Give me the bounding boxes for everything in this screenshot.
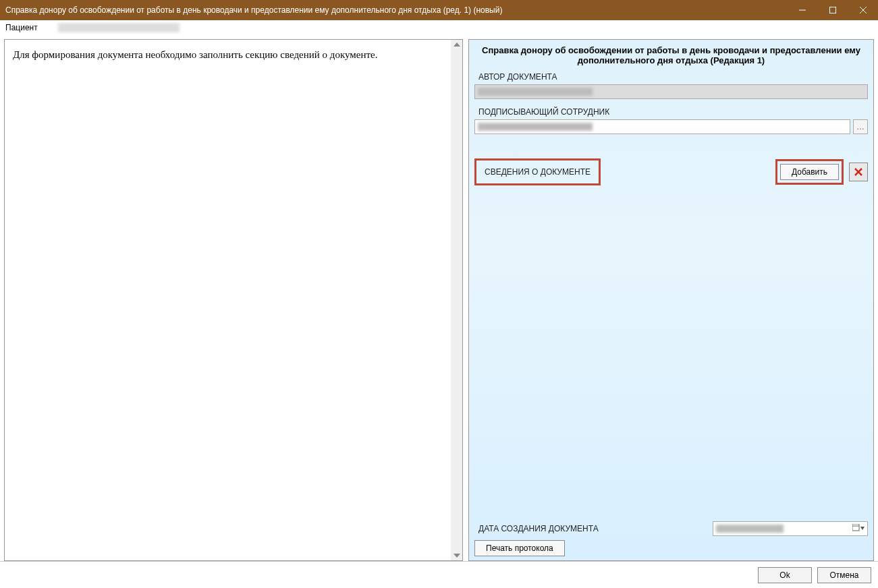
svg-marker-4 — [454, 42, 460, 47]
form-body — [474, 185, 868, 519]
author-label: АВТОР ДОКУМЕНТА — [478, 72, 868, 82]
author-input — [474, 84, 868, 99]
form-title: Справка донору об освобождении от работы… — [474, 44, 868, 69]
svg-rect-1 — [829, 7, 835, 13]
ok-button[interactable]: Ok — [758, 567, 812, 583]
patient-bar: Пациент — [0, 20, 878, 35]
left-panel: Для формирования документа необходимо за… — [4, 39, 463, 561]
dialog-footer: Ok Отмена — [0, 561, 878, 588]
minimize-button[interactable] — [787, 0, 817, 20]
print-protocol-button[interactable]: Печать протокола — [474, 540, 565, 556]
maximize-button[interactable] — [817, 0, 848, 20]
scrollbar[interactable] — [451, 40, 462, 560]
section-title: СВЕДЕНИЯ О ДОКУМЕНТЕ — [485, 167, 591, 177]
scroll-down-icon[interactable] — [454, 554, 460, 558]
add-button[interactable]: Добавить — [780, 164, 839, 180]
patient-label: Пациент — [5, 23, 38, 32]
document-preview: Для формирования документа необходимо за… — [5, 40, 451, 560]
signer-label: ПОДПИСЫВАЮЩИЙ СОТРУДНИК — [478, 107, 868, 117]
ellipsis-icon: … — [856, 122, 865, 131]
patient-value — [58, 23, 180, 32]
section-title-highlighted: СВЕДЕНИЯ О ДОКУМЕНТЕ — [474, 158, 601, 185]
print-row: Печать протокола — [474, 540, 868, 556]
date-row: ДАТА СОЗДАНИЯ ДОКУМЕНТА — [474, 521, 868, 536]
signer-browse-button[interactable]: … — [853, 119, 868, 134]
scroll-up-icon[interactable] — [454, 42, 460, 47]
close-button[interactable] — [848, 0, 878, 20]
signer-input[interactable] — [474, 119, 850, 134]
right-panel: Справка донору об освобождении от работы… — [468, 39, 874, 561]
author-row — [474, 84, 868, 99]
signer-row: … — [474, 119, 868, 134]
titlebar: Справка донору об освобождении от работы… — [0, 0, 878, 20]
preview-message: Для формирования документа необходимо за… — [13, 49, 377, 60]
svg-marker-5 — [454, 554, 460, 558]
form-footer: ДАТА СОЗДАНИЯ ДОКУМЕНТА Печать прото — [474, 519, 868, 556]
calendar-dropdown-icon[interactable] — [852, 524, 865, 534]
date-input[interactable] — [713, 521, 868, 536]
content-area: Для формирования документа необходимо за… — [0, 35, 878, 561]
svg-marker-10 — [860, 527, 865, 530]
author-value — [478, 88, 593, 96]
date-value — [716, 525, 784, 533]
add-button-highlighted: Добавить — [775, 159, 844, 185]
signer-value — [478, 123, 593, 131]
date-label: ДАТА СОЗДАНИЯ ДОКУМЕНТА — [478, 524, 599, 533]
delete-button[interactable] — [849, 163, 868, 181]
window-title: Справка донору об освобождении от работы… — [5, 5, 787, 15]
delete-x-icon — [854, 167, 863, 177]
section-row: СВЕДЕНИЯ О ДОКУМЕНТЕ Добавить — [474, 158, 868, 185]
svg-rect-8 — [852, 524, 859, 531]
cancel-button[interactable]: Отмена — [817, 567, 871, 583]
